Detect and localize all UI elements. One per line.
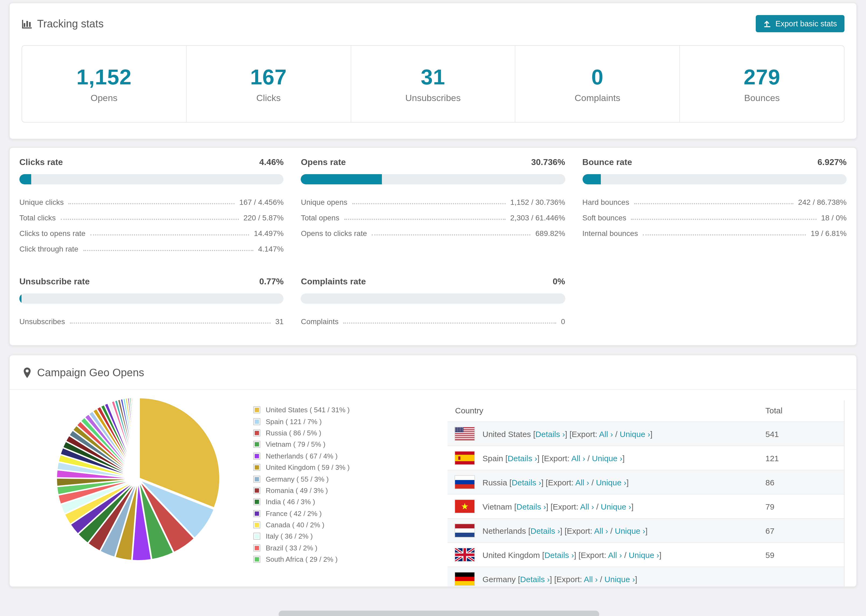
- page-title-row: Tracking stats: [22, 17, 104, 30]
- dotted-leader: [372, 234, 531, 235]
- detail-value: 19 / 6.81%: [811, 229, 847, 237]
- country-total: 541: [765, 429, 779, 438]
- country-links: United States [Details ›] [Export: All ›…: [482, 429, 652, 438]
- legend-item-canada: Canada ( 40 / 2% ): [254, 519, 415, 531]
- geo-country-cell: Germany [Details ›] [Export: All › / Uni…: [447, 567, 758, 587]
- stat-clicks: 167Clicks: [186, 46, 351, 122]
- flag-gb-icon: [455, 548, 474, 561]
- export-unique-link[interactable]: Unique ›: [620, 429, 650, 438]
- geo-legend: United States ( 541 / 31% )Spain ( 121 /…: [254, 404, 415, 565]
- export-unique-link[interactable]: Unique ›: [605, 575, 635, 584]
- legend-swatch: [254, 522, 260, 528]
- geo-table-row-gb: United Kingdom [Details ›] [Export: All …: [447, 543, 844, 567]
- page-title: Tracking stats: [37, 17, 104, 30]
- dotted-leader: [60, 218, 239, 220]
- export-unique-link[interactable]: Unique ›: [601, 502, 631, 511]
- rate-progress-fill: [19, 174, 31, 184]
- rates-card: Clicks rate4.46%Unique clicks167 / 4.456…: [9, 147, 857, 346]
- export-unique-link[interactable]: Unique ›: [596, 478, 627, 487]
- tracking-stats-card: Tracking stats Export basic stats 1,152O…: [9, 3, 857, 139]
- country-name: Vietnam: [482, 502, 514, 511]
- horizontal-scrollbar-track[interactable]: [0, 610, 866, 616]
- legend-label: Germany ( 55 / 3% ): [266, 475, 329, 483]
- country-cell: United States [Details ›] [Export: All ›…: [455, 427, 758, 440]
- geo-total-cell: 121: [758, 446, 844, 470]
- export-all-link[interactable]: All ›: [599, 429, 613, 438]
- export-basic-stats-button[interactable]: Export basic stats: [756, 15, 844, 32]
- details-link[interactable]: Details ›: [535, 429, 565, 438]
- geo-table-row-es: Spain [Details ›] [Export: All › / Uniqu…: [447, 446, 844, 470]
- stat-label: Bounces: [680, 93, 844, 104]
- geo-country-cell: ★Vietnam [Details ›] [Export: All › / Un…: [447, 494, 758, 519]
- export-all-link[interactable]: All ›: [575, 478, 589, 487]
- country-cell: Russia [Details ›] [Export: All › / Uniq…: [455, 476, 758, 489]
- rate-detail-row: Hard bounces242 / 86.738%: [582, 194, 847, 210]
- detail-value: 18 / 0%: [821, 213, 847, 222]
- rate-block-unsubscribe-rate: Unsubscribe rate0.77%Unsubscribes31: [19, 277, 284, 329]
- legend-swatch: [254, 406, 260, 413]
- detail-label: Unique opens: [301, 198, 348, 206]
- detail-label: Clicks to opens rate: [19, 229, 85, 237]
- rate-value: 6.927%: [817, 157, 847, 167]
- details-link[interactable]: Details ›: [507, 453, 537, 462]
- geo-col-total: Total: [758, 401, 844, 422]
- dotted-leader: [643, 234, 806, 235]
- export-all-link[interactable]: All ›: [608, 550, 622, 559]
- rate-detail-rows: Unsubscribes31: [19, 313, 284, 329]
- details-link[interactable]: Details ›: [531, 526, 560, 535]
- rate-head: Opens rate30.736%: [301, 157, 565, 167]
- detail-label: Opens to clicks rate: [301, 229, 367, 237]
- geo-table-row-nl: Netherlands [Details ›] [Export: All › /…: [447, 519, 844, 543]
- detail-value: 0: [561, 317, 565, 325]
- detail-label: Soft bounces: [582, 213, 626, 222]
- rate-head: Complaints rate0%: [301, 277, 565, 286]
- details-link[interactable]: Details ›: [544, 550, 574, 559]
- legend-swatch: [254, 533, 260, 540]
- country-cell: Germany [Details ›] [Export: All › / Uni…: [455, 573, 758, 586]
- geo-country-cell: United States [Details ›] [Export: All ›…: [447, 422, 758, 446]
- dotted-leader: [344, 218, 505, 220]
- export-unique-link[interactable]: Unique ›: [592, 453, 622, 462]
- rate-title: Bounce rate: [582, 157, 632, 167]
- details-link[interactable]: Details ›: [512, 478, 541, 487]
- stat-label: Unsubscribes: [351, 93, 515, 104]
- rate-title: Unsubscribe rate: [19, 277, 90, 286]
- details-link[interactable]: Details ›: [516, 502, 546, 511]
- export-unique-link[interactable]: Unique ›: [615, 526, 645, 535]
- dotted-leader: [69, 203, 235, 204]
- detail-value: 31: [276, 317, 284, 325]
- export-all-link[interactable]: All ›: [571, 453, 585, 462]
- export-all-link[interactable]: All ›: [580, 502, 594, 511]
- stat-label: Opens: [22, 93, 186, 104]
- geo-total-cell: 541: [758, 422, 844, 446]
- legend-label: Italy ( 36 / 2% ): [266, 533, 313, 541]
- country-name: United Kingdom: [482, 550, 542, 559]
- country-cell: Netherlands [Details ›] [Export: All › /…: [455, 524, 758, 537]
- country-name: Netherlands: [482, 526, 528, 535]
- stat-unsubscribes: 31Unsubscribes: [350, 46, 515, 122]
- rate-detail-row: Unsubscribes31: [19, 313, 284, 329]
- detail-label: Unique clicks: [19, 198, 64, 206]
- geo-table-wrap: Country Total United States [Details ›] …: [447, 401, 844, 587]
- horizontal-scrollbar-thumb[interactable]: [279, 611, 599, 616]
- detail-value: 4.147%: [258, 244, 284, 253]
- legend-item-united-kingdom: United Kingdom ( 59 / 3% ): [254, 462, 415, 473]
- rate-detail-rows: Unique opens1,152 / 30.736%Total opens2,…: [301, 194, 565, 241]
- rate-detail-row: Total opens2,303 / 61.446%: [301, 210, 565, 225]
- geo-total-cell: 86: [758, 470, 844, 494]
- details-link[interactable]: Details ›: [520, 575, 550, 584]
- rate-detail-row: Soft bounces18 / 0%: [582, 210, 847, 225]
- export-all-link[interactable]: All ›: [584, 575, 598, 584]
- rate-head: Clicks rate4.46%: [19, 157, 284, 167]
- country-links: Vietnam [Details ›] [Export: All › / Uni…: [482, 502, 633, 511]
- export-unique-link[interactable]: Unique ›: [629, 550, 659, 559]
- stat-value: 0: [516, 65, 680, 89]
- geo-total-cell: 67: [758, 519, 844, 543]
- rate-progress-bar: [301, 294, 565, 304]
- legend-label: India ( 46 / 3% ): [266, 498, 315, 506]
- dotted-leader: [634, 203, 794, 204]
- legend-item-brazil: Brazil ( 33 / 2% ): [254, 542, 415, 554]
- rate-detail-row: Total clicks220 / 5.87%: [19, 210, 284, 225]
- export-all-link[interactable]: All ›: [594, 526, 608, 535]
- legend-item-united-states: United States ( 541 / 31% ): [254, 404, 415, 416]
